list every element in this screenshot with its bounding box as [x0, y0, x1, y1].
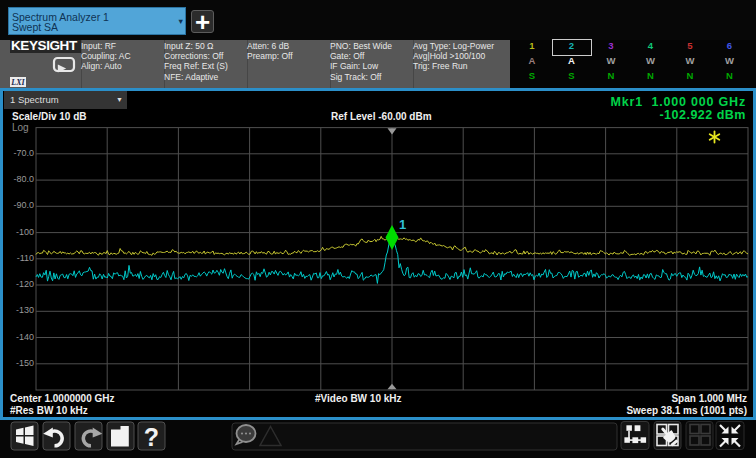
svg-text:?: ?: [144, 423, 159, 451]
svg-text:1: 1: [399, 217, 406, 232]
